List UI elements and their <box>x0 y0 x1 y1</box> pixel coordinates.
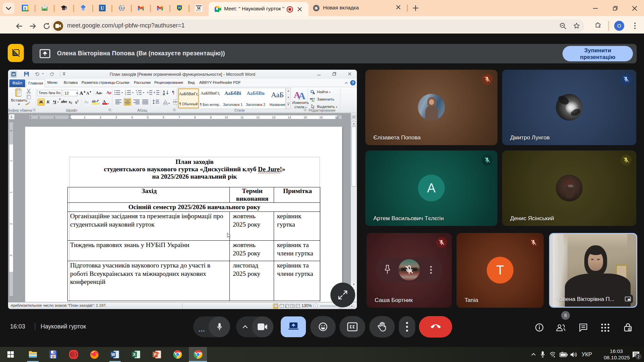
svg-text:64: 64 <box>52 356 55 359</box>
svg-text:А: А <box>313 92 315 95</box>
svg-text:U: U <box>101 6 104 11</box>
svg-text:ac: ac <box>312 99 315 102</box>
svg-text:¶: ¶ <box>172 90 174 95</box>
svg-text:ab: ab <box>92 100 96 103</box>
svg-text:3: 3 <box>125 94 126 95</box>
svg-text:М: М <box>197 6 201 10</box>
svg-text:ВЗУТ: ВЗУТ <box>196 10 201 11</box>
svg-text:P: P <box>154 352 156 357</box>
svg-text:▾: ▾ <box>168 102 170 105</box>
svg-text:W: W <box>111 352 115 357</box>
svg-text:H: H <box>178 6 181 10</box>
svg-text:8: 8 <box>24 6 26 10</box>
svg-text:▾: ▾ <box>99 102 99 105</box>
svg-text:▾: ▾ <box>108 102 109 105</box>
svg-text:Я: Я <box>163 93 165 96</box>
svg-text:▾: ▾ <box>159 102 160 105</box>
svg-text:А: А <box>103 99 106 104</box>
svg-text:A: A <box>298 90 306 100</box>
svg-text:X: X <box>133 352 136 357</box>
